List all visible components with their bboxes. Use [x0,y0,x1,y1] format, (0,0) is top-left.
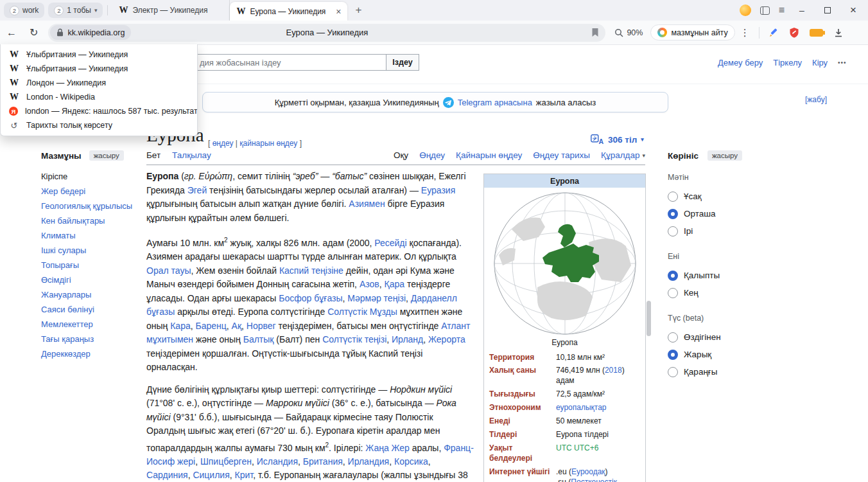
toc-item[interactable]: Мемлекеттер [41,317,139,332]
toc-item[interactable]: Климаты [41,228,139,243]
toc-item[interactable]: Өсімдігі [41,272,139,287]
wiki-link[interactable]: Ирландия [348,456,390,467]
domain-chip[interactable]: kk.wikipedia.org [50,25,131,40]
wiki-link[interactable]: Солтүстік Мұзды [327,307,397,317]
close-window-button[interactable]: × [845,4,862,17]
maximize-button[interactable] [819,5,836,15]
appearance-option[interactable]: Ұсақ [668,188,809,205]
appearance-option[interactable]: Жарық [668,346,809,363]
radio-icon[interactable] [668,332,678,343]
wiki-link[interactable]: Азов [360,279,379,289]
source-edit-link[interactable]: қайнарын өңдеу [239,139,297,148]
wiki-link[interactable]: Сардиния [146,470,188,480]
wiki-link[interactable]: Эгей [187,185,207,195]
appearance-option[interactable]: Орташа [668,205,809,222]
user-link[interactable]: Демеу беру [718,58,763,67]
user-link[interactable]: Тіркелу [773,58,802,67]
wiki-link[interactable]: Ақ [232,321,241,331]
page-tab[interactable]: Бет [146,150,161,160]
wiki-link[interactable]: Азиямен [349,199,385,209]
new-tab-button[interactable]: + [347,4,369,17]
toc-item[interactable]: Ішкі сулары [41,243,139,258]
suggestion-item[interactable]: WҰлыбритания — Уикипедия [1,48,197,62]
tab-group-1toby[interactable]: 2 1 тобы ▾ [48,3,103,18]
user-link[interactable]: Кіру [812,58,828,67]
wiki-search-button[interactable]: Іздеу [386,54,419,71]
page-tab[interactable]: Қайнарын өңдеу [456,150,522,160]
page-tab[interactable]: Құралдар▾ [601,150,645,160]
wiki-link[interactable]: Шпицберген [200,456,252,467]
adblock-shield-icon[interactable] [789,27,799,39]
wiki-link[interactable]: Норвег [247,321,276,331]
toc-item[interactable]: Дереккөздер [41,346,139,361]
pen-extension-icon[interactable] [768,28,779,38]
suggestion-item[interactable]: WЛондон — Уикипедия [1,76,197,90]
side-panel-icon[interactable] [760,6,770,15]
toc-item[interactable]: Геологиялық құрылысы [41,199,139,213]
wiki-link[interactable]: Сицилия [193,470,229,480]
suggestion-item[interactable]: ↺Тарихты толық көрсету [1,118,197,132]
suggestion-item[interactable]: WҰлыбритания — Уикипедия [1,62,197,76]
wiki-link[interactable]: Каспий теңізіне [279,265,343,276]
read-aloud-button[interactable]: мазмұнын айту [650,24,734,40]
radio-icon[interactable] [668,226,678,237]
suggestion-item[interactable]: Яlondon — Яндекс: нашлось 587 тыс. резул… [1,104,197,118]
wiki-link[interactable]: Британия [303,456,343,467]
wiki-link[interactable]: Қара [385,279,405,289]
wiki-link[interactable]: Орал тауы [146,265,191,276]
radio-icon[interactable] [668,367,678,377]
hamburger-menu-icon[interactable]: ≡ [779,4,785,16]
wiki-link[interactable]: Исландия [257,456,298,467]
edit-link[interactable]: өңдеу [213,139,234,148]
banner-close-link[interactable]: [жабу] [805,95,827,104]
radio-icon[interactable] [668,288,678,298]
toc-hide-button[interactable]: жасыру [89,150,124,161]
wiki-link[interactable]: Жерорта [428,334,465,344]
more-options-icon[interactable]: ⋮ [735,27,755,39]
appearance-option[interactable]: Қалыпты [668,267,809,284]
wiki-link[interactable]: Жаңа Жер [365,442,410,452]
browser-tab-europa-active[interactable]: W Еуропа — Уикипедия × [230,2,347,21]
appearance-option[interactable]: Ірі [668,222,809,240]
wiki-link[interactable]: Кара [170,321,191,331]
toc-item[interactable]: Кен байлықтары [41,213,139,228]
minimize-button[interactable]: – [794,5,810,15]
page-tab[interactable]: Өңдеу [419,150,445,160]
toc-item[interactable]: Кіріспе [41,169,139,184]
wiki-link[interactable]: еуропалықтар [556,403,607,412]
wiki-search-input[interactable] [191,54,386,71]
page-tab[interactable]: Оқу [394,150,408,160]
wiki-link[interactable]: Мәрмәр теңізі [347,293,406,303]
battery-saver-icon[interactable] [810,29,823,37]
radio-icon[interactable] [668,192,678,202]
toc-item[interactable]: Жер бедері [41,184,139,199]
wiki-link[interactable]: Ресейді [374,238,406,248]
page-tab[interactable]: Талқылау [172,150,211,160]
wiki-link[interactable]: Еуразия [421,185,455,195]
address-bar[interactable]: kk.wikipedia.org Еуропа — Уикипедия [48,24,605,42]
back-button[interactable]: ← [0,27,23,39]
appearance-option[interactable]: Өздігінен [668,328,809,346]
browser-tab-electr[interactable]: W Электр — Уикипедия [112,0,230,21]
radio-checked-icon[interactable] [668,209,678,219]
wiki-link[interactable]: Балтық [243,334,274,344]
close-tab-icon[interactable]: × [336,7,341,16]
toc-item[interactable]: Тағы қараңыз [41,332,139,346]
wiki-link[interactable]: Посткеңестік [571,478,617,482]
toc-item[interactable]: Саяси бөлінуі [41,302,139,317]
wiki-link[interactable]: Крит [235,470,254,480]
infobox-image[interactable] [484,188,645,336]
bookmark-icon[interactable] [591,28,599,40]
suggestion-item[interactable]: WLondon - Wikipedia [1,90,197,104]
toc-item[interactable]: Топырағы [41,258,139,272]
wiki-link[interactable]: Еуроодақ [571,467,605,476]
radio-checked-icon[interactable] [668,271,678,281]
language-selector[interactable]: A 306 тіл ▾ [591,134,644,145]
scrollbar-thumb[interactable] [647,301,651,336]
zoom-control[interactable]: 90% [614,28,643,37]
wiki-link[interactable]: Босфор бұғазы [279,293,342,303]
wiki-link[interactable]: UTC+6 [574,443,598,452]
appearance-option[interactable]: Қараңғы [668,363,809,380]
wiki-link[interactable]: 2018 [605,366,622,375]
radio-checked-icon[interactable] [668,350,678,360]
